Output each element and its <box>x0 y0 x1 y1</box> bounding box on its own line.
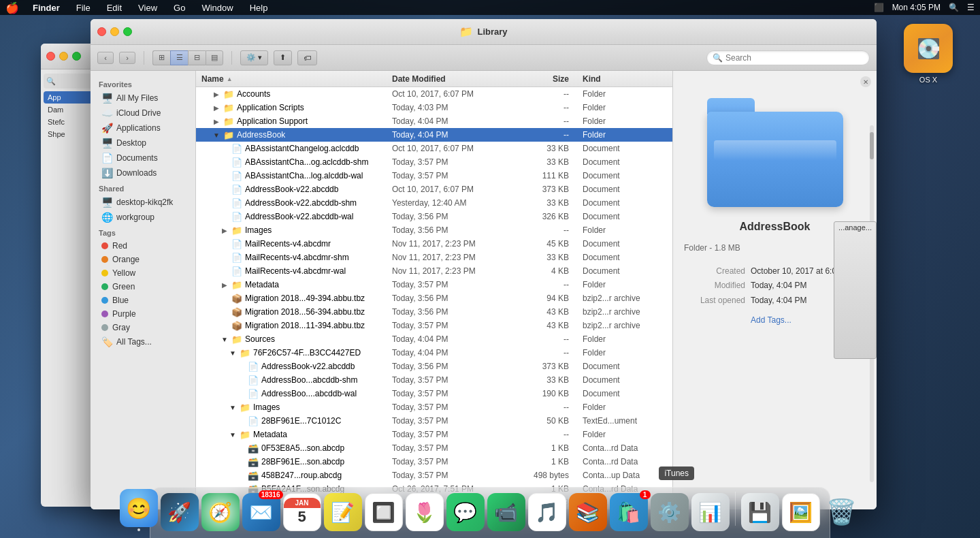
second-window-close[interactable] <box>46 52 55 61</box>
dock-item-trash[interactable]: 🗑️ <box>823 493 861 531</box>
dock-item-notes[interactable]: 📝 <box>324 493 362 531</box>
sidebar-item-all-my-files[interactable]: 🖥️ All My Files <box>93 91 193 106</box>
add-tags-link[interactable]: Add Tags... <box>751 313 791 328</box>
table-row[interactable]: 📄 AddressBoo...abcddb-shm Today, 3:57 PM… <box>196 373 672 387</box>
go-menu[interactable]: Go <box>171 3 188 13</box>
sidebar-item-tag-purple[interactable]: Purple <box>93 307 193 321</box>
notification-icon[interactable]: ☰ <box>967 3 975 12</box>
table-row[interactable]: ▶ 📁 Images Today, 3:56 PM -- Folder <box>196 223 672 237</box>
name-column-header[interactable]: Name ▲ <box>201 74 392 84</box>
icon-view-button[interactable]: ⊞ <box>152 50 170 65</box>
dock-item-finder[interactable]: 😊 <box>120 489 158 531</box>
table-row[interactable]: ▶ 📁 Application Scripts Today, 4:03 PM -… <box>196 101 672 114</box>
table-row[interactable]: 📄 AddressBook-v22.abcddb Oct 10, 2017, 6… <box>196 183 672 196</box>
sidebar-item-tag-orange[interactable]: Orange <box>93 253 193 266</box>
view-menu[interactable]: View <box>135 3 160 13</box>
help-menu[interactable]: Help <box>247 3 271 13</box>
table-row[interactable]: ▼ 📁 AddressBook Today, 4:04 PM -- Folder <box>196 128 672 142</box>
sidebar-item-all-tags[interactable]: 🏷️ All Tags... <box>93 334 193 349</box>
second-window-minimize[interactable] <box>59 52 68 61</box>
apple-menu[interactable]: 🍎 <box>5 1 19 14</box>
finder-menu[interactable]: Finder <box>30 3 63 13</box>
table-row[interactable]: ▼ 📁 Images Today, 3:57 PM -- Folder <box>196 400 672 414</box>
kind-column-header[interactable]: Kind <box>569 74 667 84</box>
preview-close-button[interactable]: ✕ <box>860 76 871 87</box>
list-view-button[interactable]: ☰ <box>170 50 188 65</box>
share-button[interactable]: ⬆ <box>274 50 292 65</box>
table-row[interactable]: 🗃️ 0F53E8A5...son.abcdp Today, 3:57 PM 1… <box>196 441 672 455</box>
expand-toggle[interactable]: ▼ <box>229 404 237 411</box>
file-menu[interactable]: File <box>74 3 93 13</box>
dock-item-preview-app[interactable]: 🖼️ <box>782 493 820 531</box>
expand-toggle[interactable]: ▶ <box>212 91 220 98</box>
table-row[interactable]: 📄 AddressBook-v22.abcddb-wal Today, 3:56… <box>196 210 672 223</box>
sidebar-item-tag-green[interactable]: Green <box>93 280 193 294</box>
sidebar-item-tag-gray[interactable]: Gray <box>93 321 193 334</box>
expand-toggle[interactable]: ▼ <box>220 336 229 343</box>
dock-item-facetime[interactable]: 📹 <box>487 493 525 531</box>
spotlight-icon[interactable]: 🔍 <box>949 3 959 12</box>
expand-toggle[interactable]: ▶ <box>220 227 229 234</box>
tag-button[interactable]: 🏷 <box>297 50 317 65</box>
table-row[interactable]: 📄 AddressBook-v22.abcddb-shm Yesterday, … <box>196 196 672 210</box>
zoom-button[interactable] <box>123 27 132 36</box>
dock-item-launchpad[interactable]: 🚀 <box>161 493 199 531</box>
search-box[interactable]: 🔍 <box>706 50 870 65</box>
table-row[interactable]: ▼ 📁 76F26C57-4F...B3CC4427ED Today, 4:04… <box>196 346 672 360</box>
table-row[interactable]: 🗃️ 458B247...roup.abcdg Today, 3:57 PM 4… <box>196 469 672 482</box>
table-row[interactable]: 📄 AddressBook-v22.abcddb Today, 3:56 PM … <box>196 360 672 373</box>
dock-item-safari[interactable]: 🧭 <box>201 493 240 531</box>
coverflow-view-button[interactable]: ▤ <box>206 50 223 65</box>
dock-item-mail[interactable]: ✉️ 18316 <box>242 493 280 531</box>
sidebar-item-downloads[interactable]: ⬇️ Downloads <box>93 165 193 180</box>
table-row[interactable]: 🗃️ 28BF961E...son.abcdp Today, 3:57 PM 1… <box>196 455 672 469</box>
dock-item-reminders[interactable]: 🔲 <box>365 493 403 531</box>
expand-toggle[interactable]: ▼ <box>212 131 220 139</box>
table-row[interactable]: 📦 Migration 2018...11-394.abbu.tbz Today… <box>196 319 672 332</box>
table-row[interactable]: 📄 ABAssistantCha...log.alcddb-wal Today,… <box>196 169 672 183</box>
search-input[interactable] <box>725 53 864 63</box>
airplay-icon[interactable]: ⬛ <box>874 3 884 12</box>
modified-column-header[interactable]: Date Modified <box>392 74 514 84</box>
dock-item-activity-monitor[interactable]: 📊 <box>691 493 730 531</box>
second-window-zoom[interactable] <box>72 52 81 61</box>
window-menu[interactable]: Window <box>199 3 235 13</box>
sidebar-item-tag-red[interactable]: Red <box>93 239 193 253</box>
dock-item-preferences[interactable]: ⚙️ <box>651 493 689 531</box>
dock-item-calendar[interactable]: JAN 5 <box>283 493 321 531</box>
dock-item-messages[interactable]: 💬 <box>446 493 485 531</box>
expand-toggle[interactable]: ▶ <box>212 118 220 125</box>
table-row[interactable]: 📄 ABAssistantCha...og.aclcddb-shm Today,… <box>196 155 672 169</box>
sidebar-item-desktop[interactable]: 🖥️ Desktop <box>93 136 193 151</box>
table-row[interactable]: 📄 MailRecents-v4.abcdmr Nov 11, 2017, 2:… <box>196 237 672 251</box>
osx-drive-icon[interactable]: 💽 OS X <box>904 24 953 84</box>
dock-item-photos[interactable]: 🌷 <box>406 493 444 531</box>
preview-scrollbar-thumb[interactable] <box>870 132 874 159</box>
edit-menu[interactable]: Edit <box>104 3 125 13</box>
table-row[interactable]: 📦 Migration 2018...56-394.abbu.tbz Today… <box>196 305 672 319</box>
sidebar-item-tag-yellow[interactable]: Yellow <box>93 266 193 280</box>
dock-item-appstore[interactable]: 🛍️ 1 <box>610 493 648 531</box>
dock-item-itunes[interactable]: 🎵 <box>528 493 566 531</box>
sidebar-item-documents[interactable]: 📄 Documents <box>93 151 193 165</box>
expand-toggle[interactable]: ▼ <box>229 431 237 439</box>
table-row[interactable]: 📄 28BF961E...7C1012C Today, 3:57 PM 50 K… <box>196 414 672 428</box>
table-row[interactable]: ▶ 📁 Accounts Oct 10, 2017, 6:07 PM -- Fo… <box>196 87 672 101</box>
back-button[interactable]: ‹ <box>97 52 114 64</box>
minimize-button[interactable] <box>110 27 119 36</box>
manage-button[interactable]: ...anage... <box>834 221 877 359</box>
expand-toggle[interactable]: ▼ <box>229 349 237 357</box>
table-row[interactable]: ▶ 📁 Metadata Today, 3:57 PM -- Folder <box>196 278 672 291</box>
table-row[interactable]: 📄 MailRecents-v4.abcdmr-shm Nov 11, 2017… <box>196 251 672 264</box>
expand-toggle[interactable]: ▶ <box>212 104 220 112</box>
column-view-button[interactable]: ⊟ <box>188 50 206 65</box>
sidebar-item-tag-blue[interactable]: Blue <box>93 294 193 307</box>
expand-toggle[interactable]: ▶ <box>220 281 229 289</box>
table-row[interactable]: ▼ 📁 Metadata Today, 3:57 PM -- Folder <box>196 428 672 441</box>
sidebar-item-icloud[interactable]: ☁️ iCloud Drive <box>93 106 193 121</box>
forward-button[interactable]: › <box>119 52 135 64</box>
sidebar-item-applications[interactable]: 🚀 Applications <box>93 121 193 136</box>
sidebar-item-workgroup[interactable]: 🌐 workgroup <box>93 210 193 225</box>
dock-item-ibooks[interactable]: 📚 <box>569 493 607 531</box>
table-row[interactable]: 📄 MailRecents-v4.abcdmr-wal Nov 11, 2017… <box>196 264 672 278</box>
